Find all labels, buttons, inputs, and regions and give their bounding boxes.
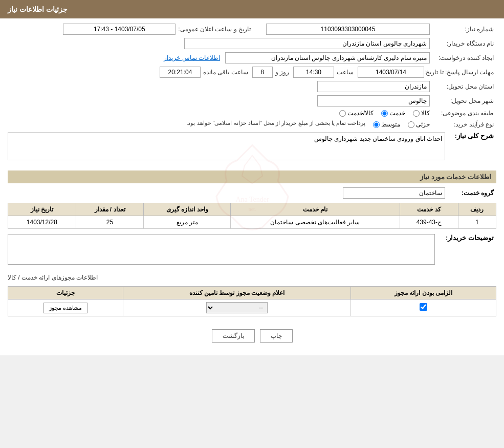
cell-unit: متر مربع — [144, 216, 231, 229]
buyer-org-label: نام دستگاه خریدار: — [430, 40, 496, 47]
perm-col-status: اعلام وضعیت مجوز توسط تامین کننده — [123, 287, 351, 300]
category-khidmat-radio[interactable] — [381, 110, 388, 117]
purchase-type-row: نوع فرآیند خرید: متوسط جزئی پرداخت تمام … — [8, 120, 496, 129]
purchase-type-motavasset-radio[interactable] — [373, 121, 380, 128]
services-table: ردیف کد خدمت نام خدمت واحد اندازه گیری ت… — [8, 203, 496, 229]
response-remaining-label: ساعت باقی مانده — [203, 69, 248, 76]
delivery-province-row: استان محل تحویل: — [8, 81, 496, 92]
need-number-input — [266, 24, 430, 35]
service-group-row: گروه خدمت: — [8, 187, 496, 199]
need-description-section: شرح کلی نیاز: احداث اتاق ورودی ساختمان ج… — [8, 132, 496, 165]
view-permit-button[interactable]: مشاهده مجوز — [43, 303, 87, 313]
category-khidmat-label: خدمت — [389, 110, 405, 117]
purchase-type-jozi-radio[interactable] — [408, 121, 414, 128]
need-description-text: احداث اتاق ورودی ساختمان جدید شهرداری چا… — [314, 135, 442, 142]
delivery-province-input — [317, 81, 430, 92]
cell-need-date: 1403/12/28 — [8, 216, 76, 229]
col-quantity: تعداد / مقدار — [76, 203, 144, 216]
perm-mandatory-cell — [351, 300, 496, 316]
cell-service-code: ج-43-439 — [400, 216, 458, 229]
purchase-type-note: پرداخت تمام یا بخشی از مبلغ خریدار از مح… — [186, 120, 365, 126]
services-section-title: اطلاعات خدمات مورد نیاز — [8, 170, 496, 183]
page-header: جزئیات اطلاعات نیاز — [0, 0, 504, 18]
table-row: 1 ج-43-439 سایر فعالیت‌های تخصصی ساختمان… — [8, 216, 496, 229]
print-button[interactable]: چاپ — [260, 329, 293, 343]
service-group-input — [343, 187, 445, 199]
bottom-buttons: چاپ بازگشت — [8, 322, 496, 350]
need-number-row: شماره نیاز: تاریخ و ساعت اعلان عمومی: — [8, 24, 496, 35]
buyer-desc-section: توضیحات خریدار: — [8, 234, 496, 266]
category-kala-label: کالا — [421, 110, 430, 117]
col-unit: واحد اندازه گیری — [144, 203, 231, 216]
col-service-code: کد خدمت — [400, 203, 458, 216]
permissions-section-title: اطلاعات مجوزهای ارائه خدمت / کالا — [8, 271, 496, 284]
buyer-desc-label: توضیحات خریدار: — [435, 234, 496, 242]
response-days-input — [252, 67, 273, 78]
category-kala-khidmat-label: کالا/خدمت — [347, 110, 374, 117]
requester-row: ایجاد کننده درخواست: اطلاعات تماس خریدار — [8, 52, 496, 63]
back-button[interactable]: بازگشت — [212, 329, 255, 343]
requester-input — [225, 52, 430, 63]
category-radio-group: کالا/خدمت خدمت کالا — [339, 110, 430, 117]
purchase-type-label: نوع فرآیند خرید: — [430, 121, 496, 128]
response-date-input — [358, 67, 424, 78]
purchase-type-jozi[interactable]: جزئی — [408, 121, 430, 128]
perm-col-mandatory: الزامی بودن ارائه مجوز — [351, 287, 496, 300]
perm-mandatory-checkbox[interactable] — [420, 303, 427, 311]
buyer-org-input — [184, 38, 430, 49]
response-deadline-label: مهلت ارسال پاسخ: تا تاریخ: — [424, 69, 496, 76]
col-row-num: ردیف — [458, 203, 496, 216]
requester-label: ایجاد کننده درخواست: — [430, 54, 496, 61]
cell-row-num: 1 — [458, 216, 496, 229]
permissions-table: الزامی بودن ارائه مجوز اعلام وضعیت مجوز … — [8, 286, 496, 316]
delivery-province-label: استان محل تحویل: — [430, 83, 496, 90]
purchase-type-radio-group: متوسط جزئی — [373, 121, 430, 128]
perm-table-row: -- مشاهده مجوز — [8, 300, 496, 316]
perm-details-cell: مشاهده مجوز — [8, 300, 123, 316]
cell-service-name: سایر فعالیت‌های تخصصی ساختمان — [231, 216, 400, 229]
need-number-label: شماره نیاز: — [430, 26, 496, 33]
col-service-name: نام خدمت — [231, 203, 400, 216]
category-kala-khidmat[interactable]: کالا/خدمت — [339, 110, 374, 117]
buyer-org-row: نام دستگاه خریدار: — [8, 38, 496, 49]
response-remaining-input — [160, 67, 201, 78]
delivery-city-label: شهر محل تحویل: — [430, 97, 496, 104]
need-description-box: احداث اتاق ورودی ساختمان جدید شهرداری چا… — [8, 132, 445, 160]
delivery-city-row: شهر محل تحویل: — [8, 95, 496, 106]
perm-status-select[interactable]: -- — [206, 302, 268, 313]
perm-col-details: جزئیات — [8, 287, 123, 300]
category-label: طبقه بندی موضوعی: — [430, 110, 496, 117]
category-kala-radio[interactable] — [413, 110, 420, 117]
cell-quantity: 25 — [76, 216, 144, 229]
service-group-label: گروه خدمت: — [445, 189, 496, 197]
category-row: طبقه بندی موضوعی: کالا/خدمت خدمت کالا — [8, 110, 496, 117]
contact-info-link[interactable]: اطلاعات تماس خریدار — [164, 54, 220, 61]
perm-status-cell: -- — [123, 300, 351, 316]
response-days-label: روز و — [275, 69, 289, 76]
delivery-city-input — [317, 95, 430, 106]
announce-datetime-label: تاریخ و ساعت اعلان عمومی: — [178, 26, 251, 33]
col-need-date: تاریخ نیاز — [8, 203, 76, 216]
announce-datetime-input — [63, 24, 176, 35]
services-table-header: ردیف کد خدمت نام خدمت واحد اندازه گیری ت… — [8, 203, 496, 216]
purchase-type-jozi-label: جزئی — [416, 121, 430, 128]
response-time-label: ساعت — [337, 69, 354, 76]
category-kala[interactable]: کالا — [413, 110, 430, 117]
category-kala-khidmat-radio[interactable] — [339, 110, 346, 117]
need-description-label: شرح کلی نیاز: — [445, 132, 496, 140]
purchase-type-motavasset[interactable]: متوسط — [373, 121, 400, 128]
category-khidmat[interactable]: خدمت — [381, 110, 405, 117]
page-title: جزئیات اطلاعات نیاز — [8, 5, 68, 13]
buyer-desc-textarea[interactable] — [8, 234, 435, 265]
perm-table-header: الزامی بودن ارائه مجوز اعلام وضعیت مجوز … — [8, 287, 496, 300]
response-time-input — [293, 67, 334, 78]
response-deadline-row: مهلت ارسال پاسخ: تا تاریخ: ساعت روز و سا… — [8, 67, 496, 78]
purchase-type-motavasset-label: متوسط — [381, 121, 400, 128]
